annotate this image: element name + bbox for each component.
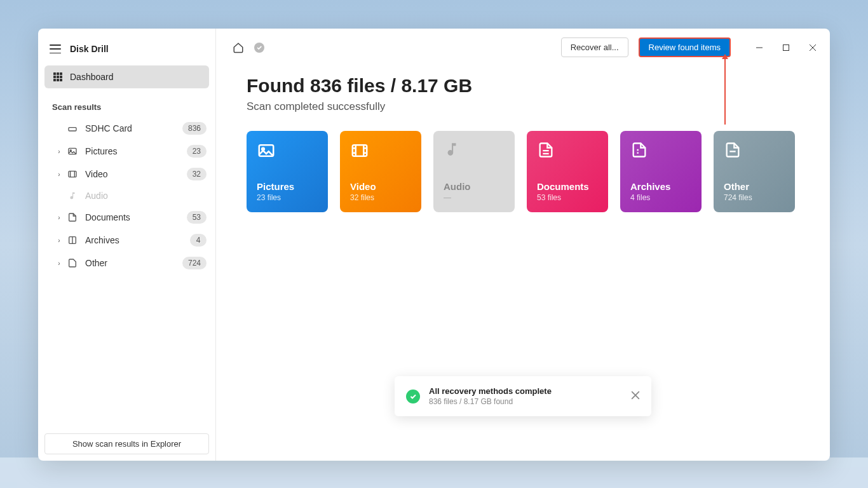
svg-rect-15 xyxy=(353,145,367,156)
category-cards: Pictures 23 files Video 32 files Audio — xyxy=(247,131,799,212)
window-controls xyxy=(755,43,817,52)
topbar: Recover all... Review found items xyxy=(216,29,830,66)
audio-icon xyxy=(67,191,78,201)
card-archives[interactable]: Archives 4 files xyxy=(620,131,702,212)
content-area: Found 836 files / 8.17 GB Scan completed… xyxy=(216,66,830,221)
page-subheading: Scan completed successfully xyxy=(247,100,799,113)
svg-rect-0 xyxy=(69,128,76,131)
image-icon xyxy=(257,141,276,160)
completion-toast: All recovery methods complete 836 files … xyxy=(395,376,651,416)
nav-label: Archives xyxy=(85,235,185,245)
minimize-icon[interactable] xyxy=(755,43,764,52)
document-icon xyxy=(67,212,78,222)
card-subtitle: 53 files xyxy=(537,193,598,202)
card-title: Video xyxy=(350,181,411,192)
annotation-arrow xyxy=(724,55,726,125)
count-badge: 4 xyxy=(190,234,207,247)
sidebar: Disk Drill Dashboard Scan results › SDHC… xyxy=(38,29,216,461)
close-icon[interactable] xyxy=(631,391,640,402)
toast-subtitle: 836 files / 8.17 GB found xyxy=(429,397,622,406)
svg-rect-10 xyxy=(783,44,789,50)
home-icon[interactable] xyxy=(233,42,244,53)
grid-icon xyxy=(53,72,62,81)
nav-label: Audio xyxy=(85,191,207,201)
svg-rect-4 xyxy=(69,171,76,177)
show-in-explorer-button[interactable]: Show scan results in Explorer xyxy=(44,433,209,454)
section-label: Scan results xyxy=(38,97,215,117)
dashboard-button[interactable]: Dashboard xyxy=(44,65,209,88)
maximize-icon[interactable] xyxy=(782,43,790,52)
chevron-icon: › xyxy=(56,237,62,243)
count-badge: 53 xyxy=(187,211,207,224)
card-title: Archives xyxy=(630,181,691,192)
card-subtitle: 23 files xyxy=(257,193,318,202)
menu-icon[interactable] xyxy=(50,44,61,53)
card-audio[interactable]: Audio — xyxy=(433,131,515,212)
sidebar-item-other[interactable]: › Other 724 xyxy=(38,252,215,274)
audio-icon xyxy=(444,141,463,160)
review-found-items-button[interactable]: Review found items xyxy=(639,37,731,57)
toast-text: All recovery methods complete 836 files … xyxy=(429,386,622,406)
sidebar-item-archives[interactable]: › Archives 4 xyxy=(38,229,215,252)
card-video[interactable]: Video 32 files xyxy=(340,131,421,212)
nav-label: Video xyxy=(85,169,182,179)
sidebar-item-audio[interactable]: › Audio xyxy=(38,186,215,206)
image-icon xyxy=(67,146,78,156)
page-heading: Found 836 files / 8.17 GB xyxy=(247,75,799,97)
chevron-icon: › xyxy=(56,260,62,266)
sidebar-item-sdhc[interactable]: › SDHC Card 836 xyxy=(38,117,215,140)
sidebar-footer: Show scan results in Explorer xyxy=(38,427,215,461)
count-badge: 32 xyxy=(187,168,207,180)
nav-label: Other xyxy=(85,258,177,268)
card-pictures[interactable]: Pictures 23 files xyxy=(247,131,328,212)
recover-all-button[interactable]: Recover all... xyxy=(561,37,628,57)
chevron-icon: › xyxy=(56,171,62,177)
document-icon xyxy=(537,141,556,160)
count-badge: 724 xyxy=(182,257,207,269)
dashboard-label: Dashboard xyxy=(70,72,114,82)
app-window: Disk Drill Dashboard Scan results › SDHC… xyxy=(38,29,830,461)
nav-label: SDHC Card xyxy=(85,123,177,133)
main-content: Recover all... Review found items Found … xyxy=(216,29,830,461)
drive-icon xyxy=(67,123,78,133)
video-icon xyxy=(67,169,78,179)
check-icon xyxy=(254,43,264,53)
card-subtitle: 32 files xyxy=(350,193,411,202)
card-title: Audio xyxy=(444,181,505,192)
sidebar-item-video[interactable]: › Video 32 xyxy=(38,163,215,186)
nav-label: Documents xyxy=(85,212,182,222)
card-subtitle: 724 files xyxy=(724,193,785,202)
archive-icon xyxy=(67,235,78,245)
count-badge: 836 xyxy=(182,122,207,135)
file-icon xyxy=(67,258,78,268)
card-documents[interactable]: Documents 53 files xyxy=(527,131,608,212)
card-title: Pictures xyxy=(257,181,318,192)
chevron-icon: › xyxy=(56,214,62,220)
video-icon xyxy=(350,141,369,160)
card-subtitle: 4 files xyxy=(630,193,691,202)
file-icon xyxy=(724,141,743,160)
sidebar-header: Disk Drill xyxy=(38,35,215,65)
card-other[interactable]: Other 724 files xyxy=(714,131,795,212)
taskbar xyxy=(0,458,868,488)
toast-title: All recovery methods complete xyxy=(429,386,622,396)
close-icon[interactable] xyxy=(808,43,817,52)
app-title: Disk Drill xyxy=(70,44,109,54)
nav-label: Pictures xyxy=(85,146,182,156)
card-title: Documents xyxy=(537,181,598,192)
chevron-icon: › xyxy=(56,148,62,154)
card-subtitle: — xyxy=(444,193,505,202)
sidebar-item-pictures[interactable]: › Pictures 23 xyxy=(38,140,215,163)
card-title: Other xyxy=(724,181,785,192)
sidebar-item-documents[interactable]: › Documents 53 xyxy=(38,206,215,229)
check-icon xyxy=(406,390,420,403)
archive-icon xyxy=(630,141,649,160)
count-badge: 23 xyxy=(187,145,207,158)
